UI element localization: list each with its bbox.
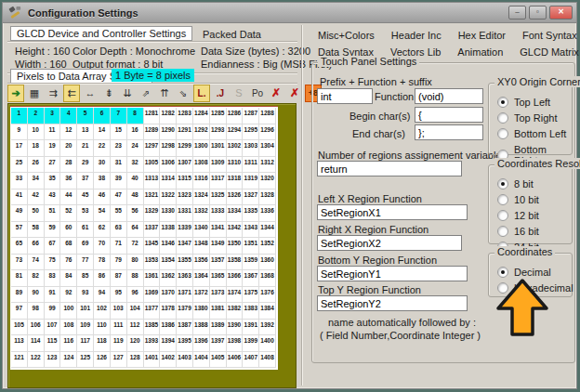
bottom-y-region-input[interactable] [317, 266, 468, 281]
grid-cell[interactable]: 22 [94, 140, 111, 157]
grid-cell[interactable]: 72 [127, 238, 144, 255]
grid-cell[interactable]: 9 [11, 124, 28, 141]
grid-cell[interactable]: 121 [11, 352, 28, 369]
grid-cell[interactable]: 1359 [243, 255, 259, 271]
grid-cell[interactable]: 1305 [144, 157, 161, 174]
radio-dot[interactable] [497, 97, 508, 108]
grid-cell[interactable]: 128 [127, 352, 144, 369]
grid-cell[interactable]: 1343 [243, 222, 259, 239]
grid-cell[interactable]: 8 [127, 108, 144, 124]
grid-cell[interactable]: 1283 [177, 108, 193, 124]
grid-cell[interactable]: 1294 [227, 124, 244, 141]
grid-cell[interactable]: 1288 [259, 108, 276, 124]
grid-cell[interactable]: 91 [45, 287, 61, 304]
grid-cell[interactable]: 1285 [210, 108, 227, 124]
grid-cell[interactable]: 1360 [259, 255, 276, 271]
grid-cell[interactable]: 76 [60, 255, 77, 271]
grid-cell[interactable]: 1314 [160, 173, 177, 189]
grid-cell[interactable]: 1313 [144, 173, 161, 189]
grid-cell[interactable]: 86 [94, 270, 111, 287]
grid-cell[interactable]: 1388 [193, 320, 210, 336]
grid-cell[interactable]: 83 [45, 270, 61, 287]
grid-cell[interactable]: 47 [111, 189, 127, 206]
grid-cell[interactable]: 111 [111, 320, 127, 336]
grid-cell[interactable]: 1345 [144, 238, 161, 255]
grid-cell[interactable]: 1308 [193, 157, 210, 174]
grid-cell[interactable]: 1390 [227, 320, 244, 336]
grid-cell[interactable]: 33 [11, 173, 28, 189]
grid-cell[interactable]: 104 [127, 303, 144, 320]
grid-cell[interactable]: 12 [60, 124, 77, 141]
grid-cell[interactable]: 49 [11, 205, 28, 222]
radio-dot[interactable] [497, 226, 508, 237]
grid-cell[interactable]: 126 [94, 352, 111, 369]
grid-cell[interactable]: 1286 [227, 108, 244, 124]
grid-cell[interactable]: 1328 [259, 189, 276, 206]
grid-cell[interactable]: 46 [94, 189, 111, 206]
grid-cell[interactable]: 1374 [227, 287, 244, 304]
grid-cell[interactable]: 1406 [227, 352, 244, 369]
grid-cell[interactable]: 41 [11, 189, 28, 206]
grid-cell[interactable]: 1358 [227, 255, 244, 271]
grid-cell[interactable]: 62 [94, 222, 111, 239]
radio-top-left[interactable]: Top Left [497, 97, 572, 108]
grid-cell[interactable]: 1384 [259, 303, 276, 320]
grid-cell[interactable]: 1332 [193, 205, 210, 222]
grid-cell[interactable]: 103 [111, 303, 127, 320]
grid-cell[interactable]: 1351 [243, 238, 259, 255]
grid-cell[interactable]: 11 [45, 124, 61, 141]
grid-cell[interactable]: 1363 [177, 270, 193, 287]
grid-cell[interactable]: 39 [111, 173, 127, 189]
grid-cell[interactable]: 110 [94, 320, 111, 336]
grid-cell[interactable]: 1297 [144, 140, 161, 157]
glcd-device-settings-button[interactable]: GLCD Device and Controller Settings [10, 26, 192, 41]
grid-cell[interactable]: 1393 [144, 335, 161, 352]
grid-cell[interactable]: 1336 [259, 205, 276, 222]
grid-cell[interactable]: 61 [77, 222, 94, 239]
grid-cell[interactable]: 115 [45, 335, 61, 352]
grid-cell[interactable]: 1301 [210, 140, 227, 157]
grid-cell[interactable]: 13 [77, 124, 94, 141]
grid-cell[interactable]: 1320 [259, 173, 276, 189]
grid-cell[interactable]: 54 [94, 205, 111, 222]
grid-cell[interactable]: 1375 [243, 287, 259, 304]
grid-cell[interactable]: 1389 [210, 320, 227, 336]
grid-cell[interactable]: 84 [60, 270, 77, 287]
grid-cell[interactable]: 1342 [227, 222, 244, 239]
grid-cell[interactable]: 1399 [243, 335, 259, 352]
radio-top-right[interactable]: Top Right [497, 112, 572, 124]
grid-cell[interactable]: 1356 [193, 255, 210, 271]
grid-cell[interactable]: 92 [60, 287, 77, 304]
grid-cell[interactable]: 102 [94, 303, 111, 320]
grid-cell[interactable]: 1324 [193, 189, 210, 206]
grid-cell[interactable]: 67 [45, 238, 61, 255]
grid-cell[interactable]: 1295 [243, 124, 259, 141]
grid-cell[interactable]: 1372 [193, 287, 210, 304]
grid-cell[interactable]: 80 [127, 255, 144, 271]
grid-cell[interactable]: 1341 [210, 222, 227, 239]
grid-cell[interactable]: 1380 [193, 303, 210, 320]
grid-cell[interactable]: 1387 [177, 320, 193, 336]
grid-cell[interactable]: 1312 [259, 157, 276, 174]
grid-cell[interactable]: 40 [127, 173, 144, 189]
grid-cell[interactable]: 1348 [193, 238, 210, 255]
grid-cell[interactable]: 1398 [227, 335, 244, 352]
grid-cell[interactable]: 82 [28, 270, 45, 287]
scan-up-icon[interactable]: ⇈ [156, 85, 173, 102]
grid-cell[interactable]: 10 [28, 124, 45, 141]
radio-bottom-left[interactable]: Bottom Left [497, 128, 572, 139]
grid-cell[interactable]: 42 [28, 189, 45, 206]
grid-cell[interactable]: 36 [60, 173, 77, 189]
grid-cell[interactable]: 6 [94, 108, 111, 124]
grid-cell[interactable]: 1291 [177, 124, 193, 141]
grid-cell[interactable]: 2 [28, 108, 45, 124]
grid-cell[interactable]: 63 [111, 222, 127, 239]
grid-cell[interactable]: 1296 [259, 124, 276, 141]
grid-cell[interactable]: 31 [111, 157, 127, 174]
grid-cell[interactable]: 90 [28, 287, 45, 304]
grid-cell[interactable]: 1354 [160, 255, 177, 271]
tab-misc-colors[interactable]: Misc+Colors [310, 27, 383, 44]
grid-cell[interactable]: 29 [77, 157, 94, 174]
scan-left-icon[interactable]: ⇇ [63, 85, 80, 102]
grid-cell[interactable]: 87 [111, 270, 127, 287]
